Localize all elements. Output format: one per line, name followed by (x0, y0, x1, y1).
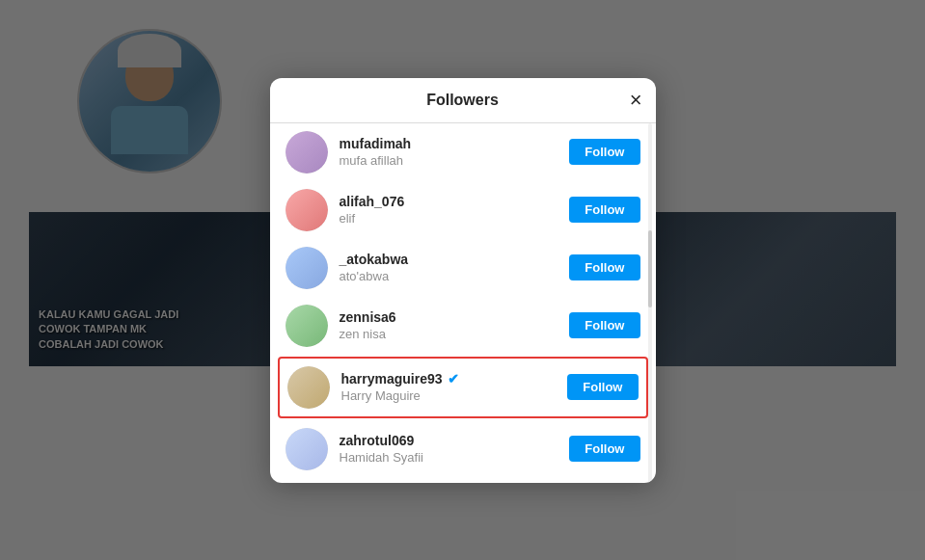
followers-modal: Followers × mufadimahmufa afillahFollowa… (270, 78, 656, 483)
followers-list[interactable]: mufadimahmufa afillahFollowalifah_076eli… (270, 123, 656, 483)
follower-avatar (286, 131, 328, 173)
follower-text: _atokabwaato'abwa (340, 252, 558, 283)
follower-text: mufadimahmufa afillah (340, 136, 558, 168)
follower-display-name: Hamidah Syafii (340, 450, 558, 465)
follower-text: harrymaguire93✔Harry Maguire (341, 371, 557, 403)
follow-button[interactable]: Follow (569, 139, 639, 165)
follower-item: mufadimahmufa afillahFollow (270, 123, 656, 181)
follower-item: alifah_076elifFollow (270, 181, 656, 239)
verified-badge-icon: ✔ (448, 371, 459, 387)
follower-avatar (286, 305, 328, 347)
follower-username: harrymaguire93✔ (341, 371, 557, 387)
modal-overlay: Followers × mufadimahmufa afillahFollowa… (0, 0, 925, 560)
scrollbar-track (648, 123, 652, 483)
follower-avatar (286, 428, 328, 470)
follow-button[interactable]: Follow (569, 197, 639, 223)
scrollbar-thumb[interactable] (648, 230, 652, 307)
modal-close-button[interactable]: × (630, 90, 642, 111)
follower-item: zahrotul069Hamidah SyafiiFollow (270, 420, 656, 478)
follow-button[interactable]: Follow (567, 374, 638, 400)
follow-button[interactable]: Follow (569, 254, 639, 280)
follower-username: zahrotul069 (340, 433, 558, 448)
modal-title: Followers (426, 92, 499, 109)
follower-display-name: zen nisa (340, 327, 558, 341)
follower-username: mufadimah (340, 136, 558, 151)
follower-avatar (287, 366, 330, 409)
follower-text: zahrotul069Hamidah Syafii (340, 433, 558, 465)
follower-avatar (286, 247, 328, 289)
follower-item: _atokabwaato'abwaFollow (270, 239, 656, 297)
follower-username: _atokabwa (340, 252, 558, 267)
follower-display-name: elif (340, 211, 558, 226)
follower-username: alifah_076 (340, 194, 558, 209)
follower-item: zennisa6zen nisaFollow (270, 297, 656, 355)
follower-item: harrymaguire93✔Harry MaguireFollow (278, 357, 648, 418)
follower-item: _salim.abwمحمد سالم أبواءFollow (270, 478, 656, 483)
follower-text: zennisa6zen nisa (340, 309, 558, 341)
follower-display-name: Harry Maguire (341, 388, 557, 403)
follow-button[interactable]: Follow (569, 436, 639, 462)
follower-text: alifah_076elif (340, 194, 558, 226)
follower-display-name: mufa afillah (340, 153, 558, 168)
follower-username: zennisa6 (340, 309, 558, 325)
modal-header: Followers × (270, 78, 656, 123)
follower-display-name: ato'abwa (340, 269, 558, 283)
follower-avatar (286, 189, 328, 231)
follow-button[interactable]: Follow (569, 312, 639, 338)
